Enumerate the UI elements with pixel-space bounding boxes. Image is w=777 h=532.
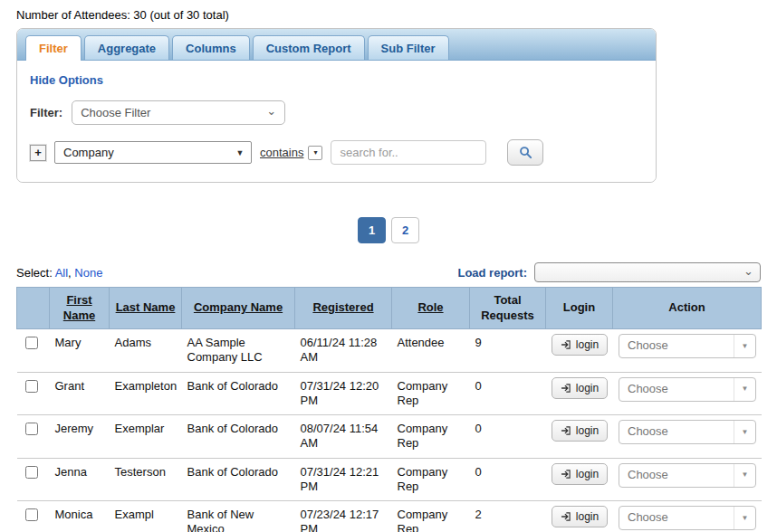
checkbox-cell bbox=[17, 458, 50, 501]
load-report-label: Load report: bbox=[457, 266, 527, 280]
cell-role: Attendee bbox=[392, 329, 470, 373]
cell-registered: 07/31/24 12:21 PM bbox=[295, 458, 392, 501]
cell-company-name: Bank of Colorado bbox=[182, 458, 295, 501]
action-select[interactable]: Choose ▼ bbox=[619, 420, 756, 444]
action-cell: Choose ▼ bbox=[613, 415, 762, 459]
select-links: Select: All, None bbox=[16, 266, 102, 280]
filter-label: Filter: bbox=[30, 106, 62, 119]
login-button-label: login bbox=[576, 424, 599, 437]
sign-in-icon bbox=[561, 425, 571, 436]
cell-registered: 06/11/24 11:28 AM bbox=[295, 329, 392, 373]
tab-sub-filter[interactable]: Sub Filter bbox=[368, 35, 449, 60]
dropdown-arrow-icon: ▼ bbox=[734, 335, 755, 357]
column-header-total-requests: Total Requests bbox=[470, 288, 546, 329]
action-select[interactable]: Choose ▼ bbox=[619, 463, 756, 488]
filter-row: Filter: Choose Filter ⌄ bbox=[30, 100, 643, 125]
cell-last-name: Exampleton bbox=[110, 372, 182, 415]
column-header-role[interactable]: Role bbox=[392, 288, 470, 329]
action-select-value: Choose bbox=[628, 338, 668, 353]
dropdown-arrow-icon: ▼ bbox=[734, 378, 755, 401]
cell-last-name: Adams bbox=[110, 329, 182, 373]
action-cell: Choose ▼ bbox=[613, 501, 762, 532]
row-checkbox[interactable] bbox=[25, 337, 38, 349]
cell-first-name: Grant bbox=[50, 372, 110, 415]
action-cell: Choose ▼ bbox=[613, 458, 762, 501]
action-select-value: Choose bbox=[628, 510, 668, 525]
login-button[interactable]: login bbox=[552, 463, 608, 485]
choose-filter-select[interactable]: Choose Filter ⌄ bbox=[72, 100, 285, 125]
chevron-down-icon: ⌄ bbox=[743, 265, 753, 277]
row-checkbox[interactable] bbox=[25, 423, 38, 435]
hide-options-link[interactable]: Hide Options bbox=[30, 73, 103, 87]
cell-total-requests: 0 bbox=[470, 458, 546, 501]
login-cell: login bbox=[546, 458, 613, 501]
select-label: Select: bbox=[16, 266, 53, 280]
column-header-company-name[interactable]: Company Name bbox=[182, 288, 295, 329]
login-button[interactable]: login bbox=[552, 334, 608, 356]
sign-in-icon bbox=[561, 469, 571, 480]
cell-company-name: Bank of New Mexico bbox=[182, 501, 295, 532]
table-row: Jeremy Exemplar Bank of Colorado 08/07/2… bbox=[17, 415, 762, 459]
login-button-label: login bbox=[576, 468, 599, 480]
operator-link[interactable]: contains bbox=[260, 146, 303, 159]
page-button-2[interactable]: 2 bbox=[391, 217, 419, 243]
row-checkbox[interactable] bbox=[25, 466, 38, 479]
cell-registered: 07/31/24 12:20 PM bbox=[295, 372, 392, 415]
add-criteria-button[interactable]: + bbox=[30, 145, 46, 161]
table-row: Mary Adams AA Sample Company LLC 06/11/2… bbox=[17, 329, 762, 373]
tab-aggregate[interactable]: Aggregate bbox=[84, 35, 169, 60]
load-report-select[interactable]: ⌄ bbox=[534, 262, 761, 282]
criteria-row: + Company ▼ contains ▾ bbox=[30, 139, 643, 166]
cell-last-name: Exampl bbox=[110, 501, 182, 532]
attendee-count: Number of Attendees: 30 (out of 30 total… bbox=[0, 0, 777, 22]
cell-total-requests: 2 bbox=[470, 501, 546, 532]
table-row: Monica Exampl Bank of New Mexico 07/23/2… bbox=[17, 501, 762, 532]
search-button[interactable] bbox=[507, 139, 543, 166]
column-header-registered[interactable]: Registered bbox=[295, 288, 392, 329]
tab-filter[interactable]: Filter bbox=[25, 35, 82, 61]
column-header-last-name[interactable]: Last Name bbox=[110, 288, 182, 329]
cell-total-requests: 0 bbox=[470, 415, 546, 459]
login-cell: login bbox=[546, 415, 613, 459]
login-button-label: login bbox=[576, 382, 599, 394]
tab-custom-report[interactable]: Custom Report bbox=[253, 35, 365, 60]
search-input[interactable] bbox=[331, 140, 486, 165]
action-select-value: Choose bbox=[628, 424, 668, 439]
row-checkbox[interactable] bbox=[25, 380, 38, 393]
header-checkbox-cell bbox=[17, 288, 50, 329]
login-button[interactable]: login bbox=[552, 377, 608, 399]
login-cell: login bbox=[546, 372, 613, 415]
table-header-row: First NameLast NameCompany NameRegistere… bbox=[17, 288, 762, 329]
checkbox-cell bbox=[17, 329, 50, 373]
cell-role: Company Rep bbox=[392, 501, 470, 532]
cell-total-requests: 9 bbox=[470, 329, 546, 373]
action-select[interactable]: Choose ▼ bbox=[619, 334, 756, 358]
select-none-link[interactable]: None bbox=[74, 266, 102, 280]
select-all-link[interactable]: All bbox=[55, 266, 68, 280]
operator-dropdown[interactable]: ▾ bbox=[308, 146, 322, 160]
sign-in-icon bbox=[561, 339, 571, 350]
action-select[interactable]: Choose ▼ bbox=[619, 506, 756, 530]
login-cell: login bbox=[546, 501, 613, 532]
page-button-1[interactable]: 1 bbox=[358, 217, 386, 243]
column-header-login: Login bbox=[546, 288, 613, 329]
cell-first-name: Jenna bbox=[50, 458, 110, 501]
action-select[interactable]: Choose ▼ bbox=[619, 377, 756, 402]
row-checkbox[interactable] bbox=[25, 508, 38, 521]
checkbox-cell bbox=[17, 372, 50, 415]
choose-filter-value: Choose Filter bbox=[81, 106, 150, 119]
table-row: Jenna Testerson Bank of Colorado 07/31/2… bbox=[17, 458, 762, 501]
column-header-first-name[interactable]: First Name bbox=[50, 288, 110, 329]
load-report-group: Load report: ⌄ bbox=[457, 262, 761, 282]
login-button[interactable]: login bbox=[552, 420, 608, 442]
cell-role: Company Rep bbox=[392, 415, 470, 459]
tab-columns[interactable]: Columns bbox=[172, 35, 250, 60]
field-select[interactable]: Company ▼ bbox=[54, 141, 252, 164]
attendees-table: First NameLast NameCompany NameRegistere… bbox=[16, 287, 762, 532]
cell-company-name: AA Sample Company LLC bbox=[182, 329, 295, 373]
page: Number of Attendees: 30 (out of 30 total… bbox=[0, 0, 777, 532]
cell-company-name: Bank of Colorado bbox=[182, 415, 295, 459]
login-button[interactable]: login bbox=[552, 506, 608, 527]
dropdown-arrow-icon: ▼ bbox=[734, 421, 755, 443]
action-cell: Choose ▼ bbox=[613, 329, 762, 373]
